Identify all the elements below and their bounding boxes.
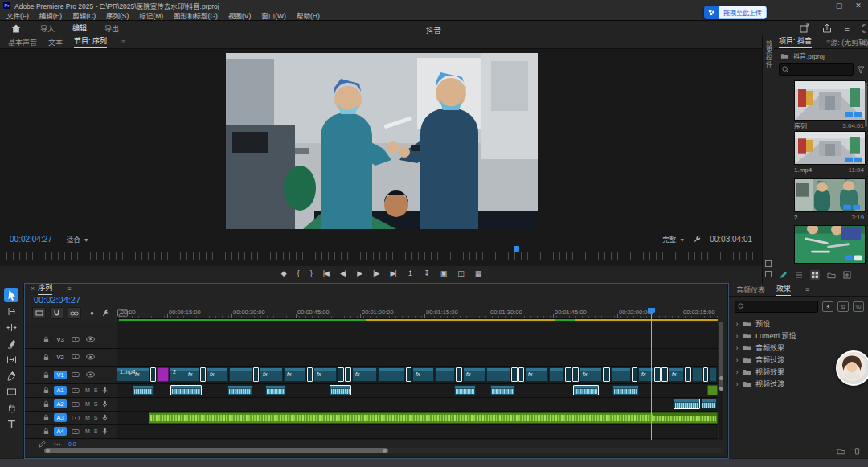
vscrollbar-handle[interactable]	[719, 376, 723, 380]
timeline-clip[interactable]: fx	[669, 367, 684, 382]
yuv-effects-icon[interactable]: YU	[853, 301, 864, 312]
timeline-clip[interactable]: fx	[284, 367, 306, 382]
workspace-tab-编辑[interactable]: 编辑	[72, 20, 87, 37]
timeline-clip[interactable]	[603, 367, 610, 382]
timeline-clip[interactable]	[518, 367, 524, 382]
audio-gain-value[interactable]: 0.0	[68, 441, 76, 447]
project-bin-name[interactable]: 抖音.prproj	[793, 51, 825, 60]
tab-sequence[interactable]: 序列	[38, 282, 52, 295]
timeline-clip[interactable]: fx	[579, 367, 602, 382]
timeline-clip[interactable]	[150, 367, 156, 382]
icon-view-icon[interactable]	[810, 270, 820, 280]
media-thumbnail[interactable]	[794, 131, 866, 165]
add-marker-icon[interactable]: ●	[90, 309, 94, 317]
timeline-clip[interactable]	[435, 367, 455, 382]
effects-folder-label[interactable]: 音频效果	[755, 342, 784, 353]
timeline-clip[interactable]: fx	[352, 367, 377, 382]
extract-icon[interactable]: ↧	[424, 269, 429, 277]
netdisk-upload-badge[interactable]: 拖拽至此上传	[704, 6, 767, 19]
solo-button[interactable]: S	[92, 415, 100, 420]
voiceover-mic-icon[interactable]	[102, 400, 108, 408]
media-thumbnail[interactable]	[794, 225, 866, 264]
snap-icon[interactable]	[50, 307, 63, 319]
timeline-clip[interactable]	[572, 367, 579, 382]
project-tab[interactable]: 项目: 抖音	[779, 35, 812, 48]
effects-folder-label[interactable]: 预设	[755, 318, 770, 329]
track-target-a4[interactable]: A4	[54, 427, 67, 436]
timeline-clip[interactable]	[378, 367, 405, 382]
timeline-clip[interactable]	[456, 367, 462, 382]
button-editor-icon[interactable]: ▦	[475, 269, 481, 277]
playback-resolution-dropdown[interactable]: 完整▼	[662, 234, 685, 244]
menu-item[interactable]: 视图(V)	[228, 10, 251, 20]
floating-avatar[interactable]	[836, 350, 868, 386]
delete-icon[interactable]	[854, 447, 861, 455]
sync-lock-icon[interactable]	[72, 387, 80, 394]
zoom-level-dropdown[interactable]: 适合▼	[67, 234, 89, 244]
export-frame-icon[interactable]: ▣	[440, 269, 447, 277]
track-header-a4[interactable]: A4MS	[25, 424, 117, 439]
track-header-a3[interactable]: A3MS	[25, 411, 117, 425]
lift-icon[interactable]: ↥	[407, 269, 413, 277]
timeline-clip[interactable]	[612, 385, 639, 395]
timeline-hscrollbar[interactable]	[44, 448, 722, 453]
timeline-clip[interactable]	[454, 385, 476, 395]
workspace-tab-导入[interactable]: 导入	[40, 21, 55, 36]
panel-menu-icon[interactable]: ≡	[67, 285, 71, 293]
solo-button[interactable]: S	[92, 428, 100, 434]
edit-pencil-icon[interactable]	[780, 271, 788, 279]
track-lock-icon[interactable]	[43, 354, 50, 361]
timeline-clip[interactable]	[490, 385, 515, 395]
media-thumbnail[interactable]	[794, 80, 866, 121]
track-header-a1[interactable]: A1MS	[25, 383, 117, 398]
mute-button[interactable]: M	[84, 401, 92, 407]
track-lock-icon[interactable]	[43, 400, 50, 408]
play-icon[interactable]: ▶	[357, 269, 362, 277]
timeline-clip[interactable]	[632, 367, 637, 382]
timeline-clip[interactable]: fx	[207, 367, 228, 382]
project-media-item[interactable]: 序列3:04:01	[794, 80, 866, 129]
quick-export-icon[interactable]	[800, 23, 809, 33]
collapsed-panel-icon[interactable]	[765, 271, 772, 277]
timeline-clip[interactable]	[406, 367, 411, 382]
media-item-name[interactable]: 2	[794, 214, 797, 221]
timeline-clip[interactable]	[345, 367, 351, 382]
track-target-a1[interactable]: A1	[54, 386, 67, 395]
timeline-clip[interactable]: fx	[260, 367, 283, 382]
slip-tool[interactable]	[4, 352, 18, 367]
timeline-timecode[interactable]: 00:02:04:27	[24, 293, 727, 305]
menu-item[interactable]: 文件(F)	[6, 10, 29, 20]
voiceover-mic-icon[interactable]	[102, 387, 108, 394]
track-lock-icon[interactable]	[43, 387, 50, 394]
timeline-clip[interactable]	[253, 367, 259, 382]
track-target-a3[interactable]: A3	[54, 413, 67, 422]
new-custom-bin-icon[interactable]	[837, 448, 845, 455]
track-target-v1[interactable]: V1	[54, 371, 67, 379]
track-select-forward-tool[interactable]	[4, 304, 18, 318]
audio-waveform-icon[interactable]	[52, 441, 62, 448]
tab-effect-controls[interactable]: 效果控件	[764, 40, 773, 68]
project-tab[interactable]: 源: (无剪辑)	[830, 37, 868, 47]
timeline-clip[interactable]	[229, 367, 252, 382]
media-item-name[interactable]: 1.mp4	[794, 166, 812, 174]
menu-item[interactable]: 编辑(E)	[39, 10, 62, 20]
timeline-clip[interactable]	[307, 367, 313, 382]
filter-icon[interactable]	[857, 66, 865, 74]
publish-icon[interactable]	[822, 23, 832, 33]
timeline-clip[interactable]	[486, 367, 510, 382]
step-back-icon[interactable]: ◀|	[340, 269, 346, 277]
program-scrub-ruler[interactable]	[6, 252, 755, 260]
mute-button[interactable]: M	[84, 415, 92, 420]
timeline-clip[interactable]	[611, 367, 631, 382]
voiceover-mic-icon[interactable]	[102, 428, 108, 435]
timeline-clip[interactable]: fx	[525, 367, 548, 382]
track-header-a2[interactable]: A2MS	[25, 397, 117, 412]
settings-wrench-icon[interactable]	[693, 235, 702, 244]
monitor-tab[interactable]: 文本	[48, 37, 63, 47]
chevron-right-icon[interactable]: ›	[732, 320, 742, 328]
track-lock-icon[interactable]	[43, 414, 50, 421]
timeline-clip[interactable]: fx	[412, 367, 434, 382]
sync-lock-icon[interactable]	[72, 354, 80, 360]
effects-tab[interactable]: 效果	[776, 283, 791, 296]
timeline-clip[interactable]	[703, 367, 708, 382]
